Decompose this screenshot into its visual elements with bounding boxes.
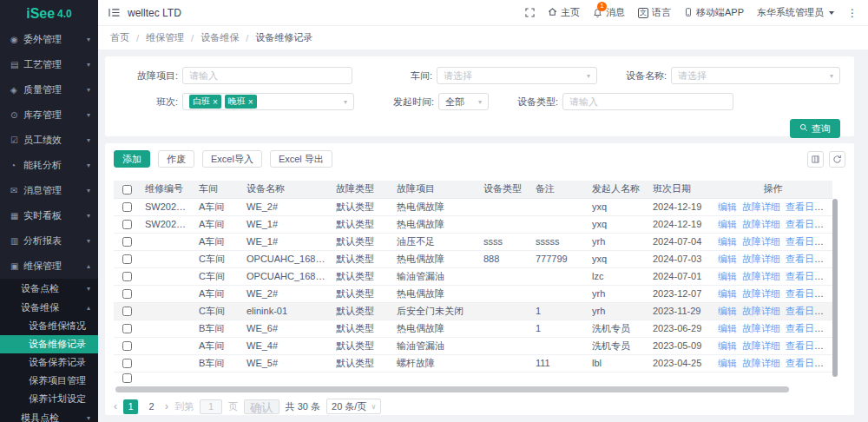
shift-multiselect[interactable]: 白班 × 晚班 × ▾ [182,93,354,110]
sidebar-item-maintenance[interactable]: ▣ 维保管理 ▴ [0,254,98,279]
page-size-select[interactable]: 20 条/页 ∨ [326,399,381,414]
sidebar-item-report[interactable]: ▥ 分析报表 ▾ [0,228,98,254]
row-action-2[interactable]: 查看日志 [786,254,824,264]
home-button[interactable]: 主页 [548,6,580,19]
horizontal-scrollbar[interactable] [115,386,789,392]
page-2-button[interactable]: 2 [144,399,159,414]
row-action-0[interactable]: 编辑 [718,254,737,264]
row-action-1[interactable]: 故障详细 [742,201,780,212]
sidebar-item-inventory[interactable]: ⊙ 库存管理 ▾ [0,102,98,128]
sidebar-item-device-check[interactable]: 设备点检 ▾ [0,279,98,298]
excel-import-button[interactable]: Excel导入 [202,150,262,168]
start-time-select[interactable]: 全部 ▾ [438,93,489,110]
page-1-button[interactable]: 1 [123,399,138,414]
next-page-button[interactable]: › [165,400,168,412]
row-checkbox[interactable] [122,324,132,333]
row-action-2[interactable]: 查看日志 [786,201,824,212]
vertical-scrollbar[interactable] [832,199,838,377]
search-button[interactable]: 查询 [790,119,840,138]
row-action-1[interactable]: 故障详细 [742,306,780,316]
row-action-0[interactable]: 编辑 [718,306,737,316]
fullscreen-icon[interactable] [525,8,535,17]
row-action-0[interactable]: 编辑 [718,219,737,229]
row-action-1[interactable]: 故障详细 [742,219,780,229]
cell-code [140,302,194,320]
row-checkbox[interactable] [122,289,132,299]
row-action-1[interactable]: 故障详细 [742,323,780,333]
columns-settings-icon[interactable] [807,151,824,168]
row-action-0[interactable]: 编辑 [718,340,737,351]
sidebar-item-upkeep-records[interactable]: 设备保养记录 [0,353,98,372]
prev-page-button[interactable]: ‹ [114,400,117,412]
close-icon[interactable]: × [248,97,253,107]
row-action-0[interactable]: 编辑 [718,236,737,247]
row-checkbox[interactable] [122,220,132,229]
row-checkbox[interactable] [122,359,132,368]
sidebar-item-upkeep-plan[interactable]: 保养计划设定 [0,390,98,408]
sidebar-item-device-maintain[interactable]: 设备维保 ▴ [0,298,98,317]
breadcrumb-item[interactable]: 维保管理 [146,31,184,44]
row-checkbox[interactable] [122,237,132,247]
sidebar-item-performance[interactable]: ☑ 员工绩效 ▾ [0,128,98,153]
row-checkbox[interactable] [122,307,132,316]
sidebar-item-maintain-status[interactable]: 设备维保情况 [0,317,98,335]
cell-sender: yrh [587,302,648,320]
messages-button[interactable]: 1 消息 [593,6,625,19]
row-action-2[interactable]: 查看日志 [786,340,824,351]
language-button[interactable]: 文 语言 [638,6,671,19]
sidebar-item-dashboard[interactable]: ▦ 实时看板 ▾ [0,203,98,228]
row-action-2[interactable]: 查看日志 [786,358,824,368]
select-all-checkbox[interactable] [122,185,132,195]
row-action-1[interactable]: 故障详细 [742,358,780,368]
close-icon[interactable]: × [213,97,218,107]
more-vertical-icon[interactable]: ⋮ [847,7,858,19]
row-action-0[interactable]: 编辑 [718,271,737,281]
collapse-menu-icon[interactable] [108,8,120,17]
user-menu[interactable]: 东华系统管理员 [757,6,834,19]
row-checkbox[interactable] [122,202,132,212]
goto-page-input[interactable] [200,399,222,414]
row-action-1[interactable]: 故障详细 [742,254,780,264]
row-checkbox[interactable] [122,272,132,281]
row-action-0[interactable]: 编辑 [718,201,737,212]
excel-export-button[interactable]: Excel 导出 [270,150,332,168]
sidebar-item-process[interactable]: ▤ 工艺管理 ▾ [0,52,98,77]
row-action-1[interactable]: 故障详细 [742,271,780,281]
row-action-0[interactable]: 编辑 [718,288,737,299]
add-button[interactable]: 添加 [114,150,150,168]
refresh-icon[interactable] [829,151,845,168]
row-action-2[interactable]: 查看日志 [786,288,824,299]
sidebar-item-energy[interactable]: ◔ 能耗分析 ▾ [0,153,98,178]
sidebar-item-upkeep-project[interactable]: 保养项目管理 [0,372,98,390]
fault-item-input[interactable] [189,70,345,81]
breadcrumb-item[interactable]: 设备维保 [201,31,239,44]
cell-workshop: A车间 [194,337,241,354]
sidebar-item-quality[interactable]: ◈ 质量管理 ▾ [0,77,98,102]
sidebar-item-message[interactable]: ✉ 消息管理 ▾ [0,178,98,203]
sidebar-item-repair-records[interactable]: 设备维修记录 [0,335,98,353]
row-checkbox[interactable] [122,373,132,383]
row-action-2[interactable]: 查看日志 [786,236,824,247]
table-toolbar: 添加 作废 Excel导入 Excel 导出 [114,150,845,168]
row-action-2[interactable]: 查看日志 [786,323,824,333]
row-checkbox[interactable] [122,341,132,351]
row-action-0[interactable]: 编辑 [718,358,737,368]
sidebar-item-outsourcing[interactable]: ◉ 委外管理 ▾ [0,27,98,52]
mobile-app-button[interactable]: 移动端APP [684,6,744,19]
sidebar-item-mold-check[interactable]: 模具点检 ▾ [0,408,98,422]
row-action-2[interactable]: 查看日志 [786,271,824,281]
breadcrumb-separator: / [136,33,139,43]
device-name-select[interactable]: 请选择 ▾ [671,67,840,84]
workshop-select[interactable]: 请选择 ▾ [437,67,597,84]
row-action-2[interactable]: 查看日志 [786,219,824,229]
row-checkbox[interactable] [122,254,132,264]
row-action-0[interactable]: 编辑 [718,323,737,333]
goto-confirm-button[interactable]: 确认 [244,399,279,414]
row-action-2[interactable]: 查看日志 [786,306,824,316]
row-action-1[interactable]: 故障详细 [742,288,780,299]
breadcrumb-item[interactable]: 首页 [110,31,129,44]
row-action-1[interactable]: 故障详细 [742,340,780,351]
void-button[interactable]: 作废 [158,150,194,168]
row-action-1[interactable]: 故障详细 [742,236,780,247]
device-type-input[interactable] [569,96,727,107]
